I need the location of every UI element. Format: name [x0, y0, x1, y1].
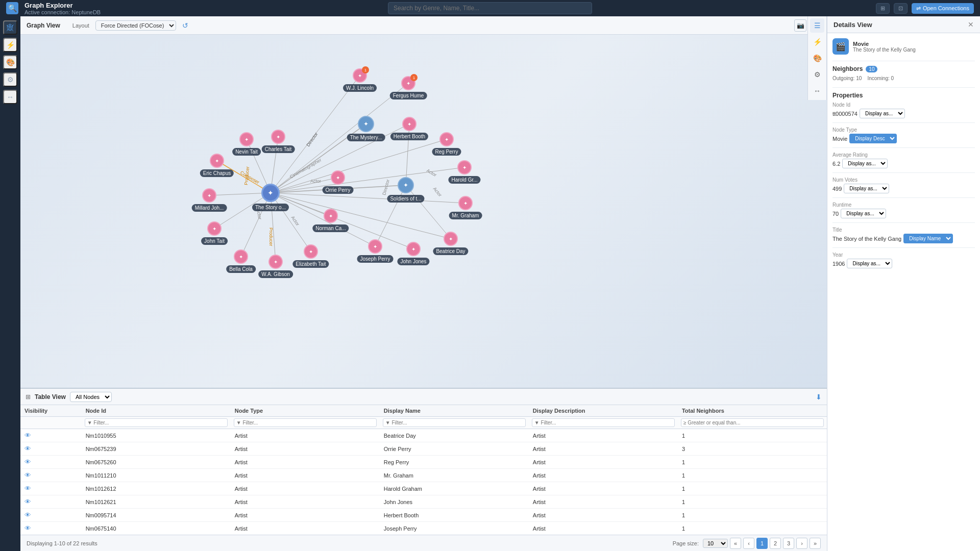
node-soldiers[interactable]: Soldiers of t...	[398, 177, 414, 193]
cell-visibility[interactable]: 👁	[20, 429, 82, 442]
prop-display-select[interactable]: Display as...	[860, 109, 905, 118]
cell-display-desc: Artist	[529, 442, 678, 456]
open-connections-button[interactable]: ⇌ Open Connections	[912, 3, 974, 14]
node-joseph-perry[interactable]: Joseph Perry	[368, 239, 382, 254]
table-row: 👁 Nm1012612 Artist Harold Graham Artist …	[20, 482, 827, 495]
node-norman-ca[interactable]: Norman Ca...	[324, 209, 338, 223]
visibility-icon[interactable]: 👁	[24, 458, 31, 466]
sidebar-graph-btn[interactable]: 🕸	[3, 20, 17, 35]
filter-node-type[interactable]	[234, 418, 377, 427]
right-panel-icons: ☰ ⚡ 🎨 ⚙ ↔	[807, 16, 827, 100]
cell-visibility[interactable]: 👁	[20, 469, 82, 482]
cell-node-type: Artist	[231, 522, 380, 535]
visibility-icon[interactable]: 👁	[24, 485, 31, 492]
cell-visibility[interactable]: 👁	[20, 482, 82, 495]
node-herbert-booth[interactable]: Herbert Booth	[402, 117, 416, 131]
panel-filter-btn[interactable]: ⚡	[810, 35, 824, 49]
sidebar-expand-btn[interactable]: ↔	[3, 90, 17, 104]
node-orrie-perry[interactable]: Orrie Perry	[331, 170, 345, 185]
node-charles-tait[interactable]: Charles Tait	[271, 130, 285, 144]
page-size-select[interactable]: 10 25 50 100	[703, 539, 728, 548]
visibility-icon[interactable]: 👁	[24, 432, 31, 439]
sidebar-filter-btn[interactable]: ⚡	[3, 38, 17, 52]
cell-visibility[interactable]: 👁	[20, 509, 82, 522]
layout-select[interactable]: Force Directed (FOCose)	[95, 20, 176, 31]
property-row-node-type: Node Type Movie Display Desc	[832, 127, 975, 143]
search-input[interactable]	[388, 2, 592, 14]
node-fergus-hume[interactable]: 1 Fergus Hume	[401, 76, 415, 90]
sidebar-style-btn[interactable]: 🎨	[3, 55, 17, 69]
cell-total-neighbors: 1	[678, 482, 827, 495]
node-eric-chapus[interactable]: Eric Chapus	[210, 154, 224, 168]
svg-text:Cinematographer: Cinematographer	[289, 157, 322, 179]
node-harold-gr[interactable]: Harold Gr...	[457, 160, 472, 174]
incoming-label: Incoming:	[867, 76, 891, 81]
filter-total-neighbors[interactable]	[681, 418, 824, 427]
node-wj-lincoln[interactable]: 1 W.J. Lincoln	[353, 68, 367, 83]
node-mr-graham[interactable]: Mr. Graham	[458, 196, 473, 210]
node-label-nevin-tait: Nevin Tait	[232, 148, 261, 156]
prev-page-button[interactable]: ‹	[743, 538, 754, 549]
cell-visibility[interactable]: 👁	[20, 522, 82, 535]
node-filter-select[interactable]: All Nodes	[70, 392, 112, 402]
node-elizabeth-tait[interactable]: Elizabeth Tait	[304, 244, 318, 259]
next-page-button[interactable]: ›	[796, 538, 807, 549]
prop-display-select[interactable]: Display Name	[903, 234, 953, 243]
refresh-button[interactable]: ↺	[182, 21, 188, 30]
filter-node-id[interactable]	[85, 418, 228, 427]
first-page-button[interactable]: «	[730, 538, 741, 549]
node-header: 🎬 Movie The Story of the Kelly Gang	[832, 38, 975, 55]
node-mystery[interactable]: The Mystery...	[358, 116, 374, 132]
panel-list-btn[interactable]: ☰	[810, 18, 824, 33]
cell-total-neighbors: 1	[678, 509, 827, 522]
prop-display-select[interactable]: Display Desc	[849, 134, 897, 143]
prop-display-select[interactable]: Display as...	[841, 209, 886, 218]
settings-icon-btn[interactable]: ⊞	[876, 3, 890, 14]
layout-icon-btn[interactable]: ⊡	[894, 3, 908, 14]
prop-divider	[832, 122, 975, 123]
graph-view-tab[interactable]: Graph View	[27, 22, 60, 29]
visibility-icon[interactable]: 👁	[24, 471, 31, 479]
visibility-icon[interactable]: 👁	[24, 511, 31, 519]
cell-node-id: Nm0675260	[82, 456, 231, 469]
prop-display-select[interactable]: Display as...	[844, 184, 889, 193]
node-label-main-movie: The Story o...	[252, 204, 289, 211]
outgoing-value: 10	[856, 76, 862, 81]
graph-canvas[interactable]: Director Producer Cinematographer Actor …	[20, 35, 827, 388]
panel-style-btn[interactable]: 🎨	[810, 51, 824, 65]
close-panel-button[interactable]: ✕	[968, 20, 974, 29]
node-wa-gibson[interactable]: W.A. Gibson	[268, 255, 283, 269]
node-john-tait[interactable]: John Tait	[207, 221, 222, 236]
panel-expand-btn[interactable]: ↔	[810, 84, 824, 98]
sidebar-settings-btn[interactable]: ⚙	[3, 72, 17, 87]
cell-visibility[interactable]: 👁	[20, 495, 82, 509]
filter-display-name[interactable]	[383, 418, 526, 427]
node-reg-perry[interactable]: Reg Perry	[439, 132, 454, 146]
prop-display-select[interactable]: Display as...	[847, 259, 892, 268]
prop-display-select[interactable]: Display as...	[842, 159, 888, 168]
page-3-button[interactable]: 3	[783, 538, 794, 549]
visibility-icon[interactable]: 👁	[24, 498, 31, 506]
node-nevin-tait[interactable]: Nevin Tait	[239, 132, 254, 146]
properties-list: Node Id tt0000574 Display as... Node Typ…	[832, 102, 975, 268]
col-display-name: Display Name	[380, 405, 529, 417]
node-main-movie[interactable]: The Story o...	[261, 184, 280, 202]
page-1-button[interactable]: 1	[756, 538, 768, 549]
page-2-button[interactable]: 2	[770, 538, 781, 549]
node-millard-joh[interactable]: Millard Joh...	[202, 188, 216, 203]
node-bella-cola[interactable]: Bella Cola	[234, 249, 248, 264]
panel-settings-btn[interactable]: ⚙	[810, 67, 824, 82]
filter-display-desc[interactable]	[532, 418, 675, 427]
node-john-jones[interactable]: John Jones	[406, 242, 421, 256]
node-beatrice-day[interactable]: Beatrice Day	[444, 232, 458, 246]
download-button[interactable]: ⬇	[816, 393, 822, 401]
cell-visibility[interactable]: 👁	[20, 456, 82, 469]
node-label-beatrice-day: Beatrice Day	[433, 247, 468, 255]
last-page-button[interactable]: »	[810, 538, 821, 549]
visibility-icon[interactable]: 👁	[24, 524, 31, 532]
camera-button[interactable]: 📷	[794, 19, 806, 32]
details-content: 🎬 Movie The Story of the Kelly Gang Neig…	[827, 33, 980, 551]
table-row: 👁 Nm0095714 Artist Herbert Booth Artist …	[20, 509, 827, 522]
cell-visibility[interactable]: 👁	[20, 442, 82, 456]
visibility-icon[interactable]: 👁	[24, 445, 31, 453]
